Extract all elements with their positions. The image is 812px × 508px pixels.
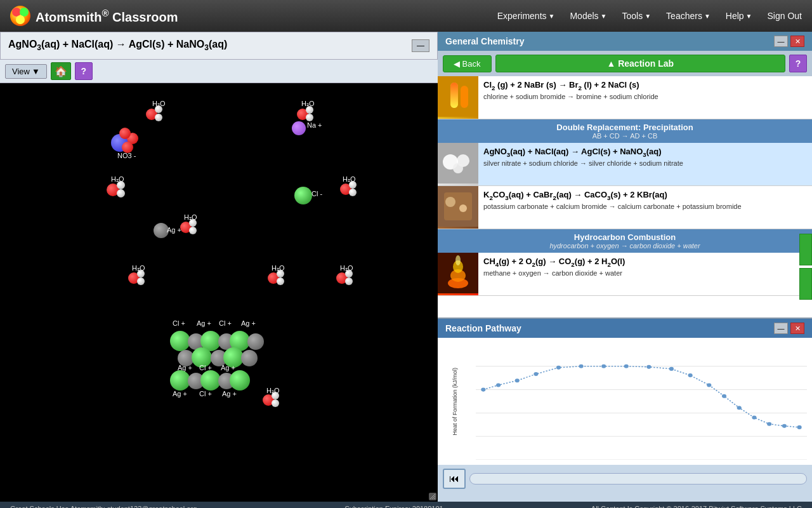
reaction-lab-button[interactable]: ▲ Reaction Lab	[495, 55, 785, 72]
experiment-title-bar: AgNO3(aq) + NaCl(aq) → AgCl(s) + NaNO3(a…	[0, 32, 438, 60]
svg-point-44	[752, 415, 756, 419]
ag-label-5: Ag +	[221, 364, 235, 371]
y-axis-label: Heat of Formation (kJ/mol)	[452, 368, 458, 436]
na-label: Na +	[307, 121, 322, 129]
pathway-title: Reaction Pathway	[445, 323, 521, 333]
main-content: AgNO3(aq) + NaCl(aq) → AgCl(s) + NaNO3(a…	[0, 32, 812, 502]
ag-label: Ag +	[167, 226, 181, 234]
svg-rect-5	[450, 83, 458, 108]
logo-icon	[10, 6, 30, 26]
side-button-1[interactable]	[799, 234, 812, 265]
svg-point-32	[515, 378, 520, 382]
category-subtitle: AB + CD → AD + CB	[443, 132, 807, 140]
reaction-desc-cl2: chlorine + sodium bromide → bromine + so…	[483, 93, 807, 100]
svg-point-45	[767, 422, 771, 426]
logo-area: Atomsmith® Classroom	[10, 6, 497, 26]
play-button[interactable]: ⏮	[443, 469, 466, 489]
close-right-button[interactable]: ✕	[790, 36, 804, 47]
reaction-thumb-cl2	[438, 76, 478, 119]
experiment-title: AgNO3(aq) + NaCl(aq) → AgCl(s) + NaNO3(a…	[8, 39, 227, 52]
svg-point-40	[688, 373, 693, 377]
svg-point-46	[782, 424, 787, 428]
svg-point-37	[624, 364, 629, 368]
left-panel: AgNO3(aq) + NaCl(aq) → AgCl(s) + NaNO3(a…	[0, 32, 438, 502]
minimize-right-button[interactable]: —	[774, 36, 788, 47]
svg-point-30	[481, 388, 485, 392]
help-button-right[interactable]: ?	[789, 55, 807, 72]
h2o-label-9: H₂O	[266, 387, 280, 395]
footer-right: All Content Is Copyright © 2016-2017 Bit…	[591, 505, 802, 508]
cl-label-4: Cl +	[199, 364, 212, 371]
chevron-down-icon: ▼	[32, 67, 40, 76]
simulation-area: H₂O H₂O NO3 - H₂O Na + H₂O	[0, 83, 438, 502]
category-header-double-replacement: Double Replacement: Precipitation AB + C…	[438, 119, 812, 143]
reaction-formula-ch4: CH4(g) + 2 O2(g) → CO2(g) + 2 H2O(l)	[483, 257, 807, 268]
reaction-formula-k2co3: K2CO3(aq) + CaBr2(aq) → CaCO3(s) + 2 KBr…	[483, 190, 807, 201]
app-title: Atomsmith® Classroom	[36, 8, 178, 25]
view-button[interactable]: View ▼	[5, 64, 47, 79]
svg-point-19	[455, 255, 461, 265]
category-header-combustion: Hydrocarbon Combustion hydrocarbon + oxy…	[438, 229, 812, 253]
resize-handle[interactable]	[429, 493, 436, 500]
nav-experiments[interactable]: Experiments ▼	[497, 11, 555, 21]
ag-label-4: Ag +	[178, 364, 192, 371]
h2o-label-7: H₂O	[272, 264, 285, 272]
no3-label: NO3 -	[117, 152, 136, 159]
panel-title-buttons: — ✕	[774, 36, 804, 47]
minimize-left-button[interactable]: —	[412, 39, 429, 52]
reaction-thumb-agno3	[438, 143, 478, 185]
svg-point-42	[722, 394, 726, 398]
reaction-item-cl2[interactable]: Cl2 (g) + 2 NaBr (s) → Br2 (l) + 2 NaCl …	[438, 76, 812, 119]
back-reaction-bar: ◀ Back ▲ Reaction Lab ?	[438, 51, 812, 76]
help-button-left[interactable]: ?	[75, 62, 93, 80]
cl-label-2: Cl +	[173, 319, 185, 327]
reaction-text-agno3: AgNO3(aq) + NaCl(aq) → AgCl(s) + NaNO3(a…	[478, 143, 812, 185]
pathway-title-bar: Reaction Pathway — ✕	[438, 319, 812, 338]
reaction-item-k2co3[interactable]: K2CO3(aq) + CaBr2(aq) → CaCO3(s) + 2 KBr…	[438, 186, 812, 229]
close-pathway-button[interactable]: ✕	[790, 323, 804, 334]
svg-point-43	[737, 406, 742, 410]
nav-tools[interactable]: Tools ▼	[622, 11, 652, 21]
toolbar-bar: View ▼ 🏠 ?	[0, 60, 438, 83]
home-button[interactable]: 🏠	[51, 62, 71, 80]
svg-point-0	[12, 8, 21, 17]
svg-point-34	[556, 366, 561, 370]
reaction-item-ch4[interactable]: CH4(g) + 2 O2(g) → CO2(g) + 2 H2O(l) met…	[438, 253, 812, 296]
nav-help[interactable]: Help ▼	[726, 11, 752, 21]
pathway-chart-svg: -500 -550 -600 -650 -700	[476, 343, 807, 460]
reaction-thumb-k2co3	[438, 186, 478, 229]
category-title: Double Replacement: Precipitation	[443, 123, 807, 132]
h2o-label-5: H₂O	[184, 213, 197, 222]
svg-point-31	[496, 383, 501, 387]
reaction-item-agno3[interactable]: AgNO3(aq) + NaCl(aq) → AgCl(s) + NaNO3(a…	[438, 143, 812, 186]
svg-point-38	[646, 365, 651, 369]
h2o-label-4: H₂O	[343, 175, 356, 184]
nav-models[interactable]: Models ▼	[570, 11, 606, 21]
svg-point-33	[534, 372, 538, 376]
h2o-label-2: H₂O	[301, 100, 315, 108]
combustion-title: Hydrocarbon Combustion	[443, 232, 807, 242]
nav-links: Experiments ▼ Models ▼ Tools ▼ Teachers …	[497, 11, 802, 21]
footer-left: Great Schools Use Atomsmith: student123@…	[10, 505, 197, 508]
reaction-thumb-ch4	[438, 253, 478, 295]
cl-label-5: Cl +	[199, 390, 212, 398]
svg-point-2	[16, 15, 25, 24]
combustion-subtitle: hydrocarbon + oxygen → carbon dioxide + …	[443, 242, 807, 250]
minimize-pathway-button[interactable]: —	[774, 323, 788, 334]
reaction-desc-ch4: methane + oxygen → carbon dioxide + wate…	[483, 269, 807, 277]
reaction-text-k2co3: K2CO3(aq) + CaBr2(aq) → CaCO3(s) + 2 KBr…	[478, 186, 812, 229]
back-button[interactable]: ◀ Back	[443, 55, 492, 72]
svg-point-35	[579, 364, 584, 368]
side-button-2[interactable]	[799, 268, 812, 300]
reaction-desc-agno3: silver nitrate + sodium chloride → silve…	[483, 159, 807, 167]
svg-point-36	[601, 364, 606, 368]
timeline-slider[interactable]	[469, 473, 807, 485]
reaction-desc-k2co3: potassium carbonate + calcium bromide → …	[483, 203, 807, 210]
top-navigation: Atomsmith® Classroom Experiments ▼ Model…	[0, 0, 812, 32]
nav-signout[interactable]: Sign Out	[768, 11, 802, 21]
svg-point-47	[797, 425, 802, 429]
ag-label-7: Ag +	[222, 390, 237, 398]
nav-teachers[interactable]: Teachers ▼	[666, 11, 710, 21]
h2o-label-8: H₂O	[340, 264, 353, 272]
reaction-text-ch4: CH4(g) + 2 O2(g) → CO2(g) + 2 H2O(l) met…	[478, 253, 812, 295]
